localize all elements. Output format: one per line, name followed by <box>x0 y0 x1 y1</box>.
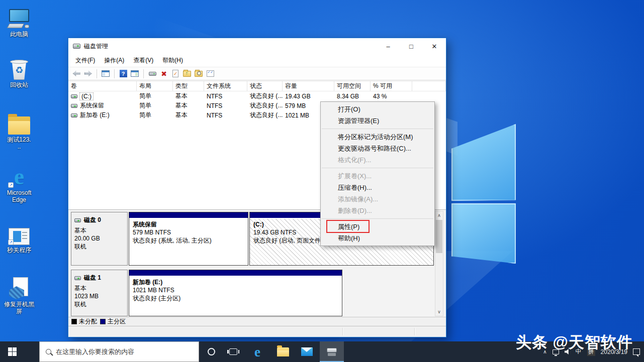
status-bar <box>68 326 446 337</box>
disk-icon <box>74 276 81 280</box>
column-header-freespace[interactable]: 可用空间 <box>334 81 371 91</box>
start-button[interactable] <box>0 341 24 362</box>
menu-item-explorer[interactable]: 资源管理器(E) <box>321 115 434 127</box>
disk-type: 基本 <box>74 284 124 292</box>
recycle-bin-icon: ♻ <box>1 57 37 80</box>
column-header-status[interactable]: 状态 <box>247 81 283 91</box>
desktop-icon-label: 测试123. <box>7 136 31 143</box>
forward-icon[interactable] <box>83 69 93 78</box>
disk-size: 1023 MB <box>74 292 124 300</box>
volume-layout: 简单 <box>137 101 173 110</box>
volume-type: 基本 <box>173 110 204 120</box>
menu-item-change-drive-letter[interactable]: 更改驱动器号和路径(C)... <box>321 143 434 154</box>
volume-icon <box>71 104 77 108</box>
edge-icon: e <box>254 345 260 358</box>
maximize-button[interactable]: □ <box>400 38 423 54</box>
partition-new-volume-e[interactable]: 新加卷 (E:) 1021 MB NTFS 状态良好 (主分区) <box>129 270 342 316</box>
action-center-icon[interactable] <box>633 348 640 355</box>
desktop-icon-microsoft-edge[interactable]: e↗ Microsoft Edge <box>1 165 37 203</box>
back-icon[interactable] <box>72 69 81 78</box>
desktop-icon-label: 修复开机黑 <box>4 301 34 308</box>
menu-bar: 文件(F) 操作(A) 查看(V) 帮助(H) <box>68 54 446 67</box>
volume-row-c[interactable]: (C:) 简单 基本 NTFS 状态良好 (... 19.43 GB 8.34 … <box>68 91 446 101</box>
volume-type: 基本 <box>173 101 204 110</box>
legend-label: 主分区 <box>108 317 126 326</box>
desktop-icon-label-line2: 屏 <box>16 308 22 315</box>
disk-size: 20.00 GB <box>74 234 124 243</box>
partition-size: 579 MB NTFS <box>133 228 244 236</box>
disk-icon <box>74 218 81 222</box>
scroll-down-icon[interactable]: ∨ <box>435 308 443 316</box>
partition-system-reserved[interactable]: 系统保留 579 MB NTFS 状态良好 (系统, 活动, 主分区) <box>129 212 248 266</box>
windows-logo-icon <box>8 347 17 356</box>
desktop-icon-label: 此电脑 <box>1 31 37 38</box>
cortana-button[interactable] <box>200 341 222 362</box>
desktop-icon-app-shortcut[interactable]: ↗ 秒关程序 <box>1 222 37 254</box>
validate-icon[interactable] <box>171 69 180 78</box>
volume-layout: 简单 <box>137 110 173 120</box>
menu-file[interactable]: 文件(F) <box>71 55 100 66</box>
checklist-icon[interactable] <box>206 69 215 78</box>
menu-item-extend-volume: 扩展卷(X)... <box>321 170 434 182</box>
mail-button[interactable] <box>296 341 318 362</box>
folder-find-icon[interactable] <box>194 69 203 78</box>
column-header-volume[interactable]: 卷 <box>68 81 137 91</box>
edge-icon: e↗ <box>1 165 37 188</box>
menu-item-properties[interactable]: 属性(P) <box>321 221 434 232</box>
column-header-capacity[interactable]: 容量 <box>283 81 334 91</box>
show-console-tree-icon[interactable] <box>101 69 110 78</box>
desktop-icon-label-line2: .. <box>18 143 21 150</box>
shortcut-arrow-icon: ↗ <box>8 182 14 188</box>
desktop-icon-label: Microsoft <box>7 189 32 196</box>
partition-status: 状态良好 (系统, 活动, 主分区) <box>133 236 244 245</box>
folder-up-icon[interactable] <box>182 69 192 78</box>
disk-name: 磁盘 1 <box>84 274 101 282</box>
task-view-button[interactable] <box>222 341 244 362</box>
show-action-pane-icon[interactable] <box>130 69 139 78</box>
device-rescan-icon[interactable] <box>148 69 157 78</box>
title-bar[interactable]: 磁盘管理 – □ ✕ <box>68 38 446 54</box>
desktop-icon-this-pc[interactable]: 此电脑 <box>1 6 37 38</box>
column-header-type[interactable]: 类型 <box>173 81 204 91</box>
volume-fs: NTFS <box>204 110 247 120</box>
column-header-pctfree[interactable]: % 可用 <box>371 81 412 91</box>
menu-item-add-mirror: 添加镜像(A)... <box>321 193 434 205</box>
taskbar-search-input[interactable]: 在这里输入你要搜索的内容 <box>39 341 199 362</box>
delete-volume-icon[interactable]: ✖ <box>159 69 168 78</box>
toolbar: ? ✖ <box>68 67 446 80</box>
primary-partition-legend-swatch <box>100 319 106 324</box>
disk-1-header[interactable]: 磁盘 1 基本 1023 MB 联机 <box>71 270 128 316</box>
taskbar-edge-button[interactable]: e <box>246 341 268 362</box>
search-placeholder: 在这里输入你要搜索的内容 <box>56 347 134 356</box>
cortana-icon <box>208 348 215 355</box>
vertical-scrollbar[interactable]: ∧ ∨ <box>435 211 443 316</box>
menu-item-delete-volume: 删除卷(D)... <box>321 205 434 216</box>
menu-separator <box>322 218 433 219</box>
menu-item-open[interactable]: 打开(O) <box>321 103 434 115</box>
menu-help[interactable]: 帮助(H) <box>158 55 188 66</box>
file-explorer-button[interactable] <box>272 341 294 362</box>
registry-file-icon <box>1 276 37 299</box>
disk-status: 联机 <box>74 300 124 308</box>
volume-list-header: 卷 布局 类型 文件系统 状态 容量 可用空间 % 可用 <box>68 81 446 91</box>
menu-item-help[interactable]: 帮助(H) <box>321 232 434 244</box>
minimize-button[interactable]: – <box>377 38 400 54</box>
disk-type: 基本 <box>74 226 124 234</box>
menu-item-shrink-volume[interactable]: 压缩卷(H)... <box>321 182 434 193</box>
disk-management-taskbar-button[interactable] <box>320 341 344 362</box>
column-header-filesystem[interactable]: 文件系统 <box>204 81 247 91</box>
desktop-icon-recycle-bin[interactable]: ♻ 回收站 <box>1 57 37 88</box>
primary-partition-bar <box>129 212 248 218</box>
disk-0-header[interactable]: 磁盘 0 基本 20.00 GB 联机 <box>71 212 128 266</box>
menu-item-mark-active[interactable]: 将分区标记为活动分区(M) <box>321 131 434 143</box>
column-header-layout[interactable]: 布局 <box>137 81 173 91</box>
scrollbar-thumb[interactable] <box>436 220 442 253</box>
menu-view[interactable]: 查看(V) <box>129 55 158 66</box>
help-icon[interactable]: ? <box>119 69 128 78</box>
close-button[interactable]: ✕ <box>423 38 446 54</box>
menu-action[interactable]: 操作(A) <box>100 55 129 66</box>
desktop-icon-folder-test[interactable]: 测试123. .. <box>1 111 37 150</box>
statusbar-divider <box>414 328 415 335</box>
desktop-icon-registry-file[interactable]: 修复开机黑 屏 <box>1 276 37 315</box>
scroll-up-icon[interactable]: ∧ <box>435 211 443 219</box>
